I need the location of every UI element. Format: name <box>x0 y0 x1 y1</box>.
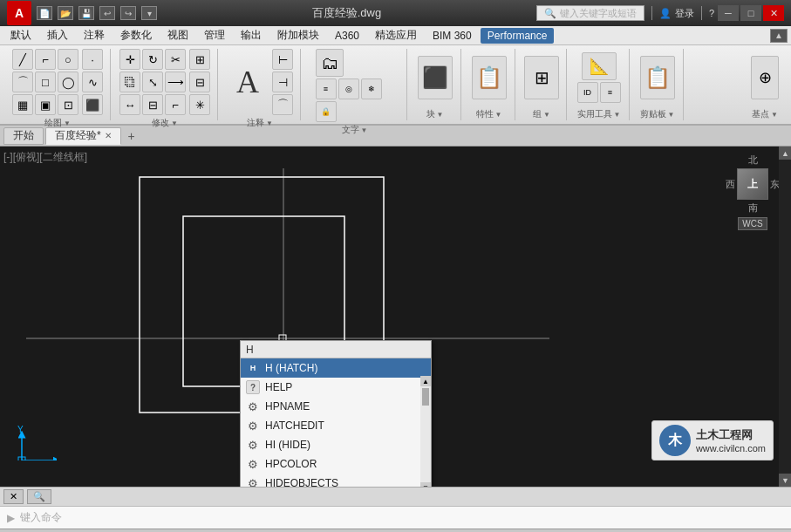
save-btn[interactable]: 💾 <box>78 6 94 20</box>
list-icon[interactable]: ≡ <box>600 82 621 103</box>
measure-icon[interactable]: 📐 <box>582 52 617 80</box>
undo-btn[interactable]: ↩ <box>99 6 115 20</box>
basepoint-icon[interactable]: ⊕ <box>751 56 779 99</box>
extend-icon[interactable]: ⟶ <box>165 72 186 92</box>
viewcube-face[interactable]: 上 <box>737 168 768 200</box>
layer-freeze-icon[interactable]: ❄ <box>361 78 382 99</box>
layer-properties-icon[interactable]: 🗂 <box>316 49 344 77</box>
open-btn[interactable]: 📂 <box>58 6 73 20</box>
more-btn[interactable]: ▾ <box>141 6 157 20</box>
properties-icon[interactable]: 📋 <box>472 56 507 99</box>
doc-tab-start[interactable]: 开始 <box>3 127 44 145</box>
basepoint-chevron[interactable]: ▼ <box>771 111 778 119</box>
scale-icon[interactable]: ⤡ <box>142 72 163 92</box>
menu-view[interactable]: 视图 <box>160 26 195 44</box>
clipboard-chevron[interactable]: ▼ <box>668 111 675 119</box>
menu-a360[interactable]: A360 <box>328 28 366 44</box>
fillet-icon[interactable]: ⌐ <box>165 94 186 115</box>
ac-scroll-up[interactable]: ▲ <box>420 376 431 386</box>
minimize-button[interactable]: ─ <box>718 5 739 21</box>
block-chevron[interactable]: ▼ <box>437 111 444 119</box>
gradient-icon[interactable]: ▣ <box>35 94 56 115</box>
doc-tab-add-button[interactable]: + <box>123 127 140 145</box>
menu-bim360[interactable]: BIM 360 <box>426 28 479 44</box>
stretch-icon[interactable]: ↔ <box>119 94 140 115</box>
polyline-icon[interactable]: ⌐ <box>35 49 56 70</box>
scroll-down-arrow[interactable]: ▼ <box>779 474 791 487</box>
ac-item-hatch[interactable]: H H (HATCH) <box>241 358 431 378</box>
cmdline-input-area[interactable]: ▶ 键入命令 <box>0 507 791 529</box>
ac-item-help[interactable]: ? HELP <box>241 378 431 397</box>
properties-chevron[interactable]: ▼ <box>495 111 502 119</box>
paste-icon[interactable]: 📋 <box>640 56 675 99</box>
close-button[interactable]: ✕ <box>763 5 784 21</box>
explode-icon[interactable]: ✳ <box>189 94 210 115</box>
menu-featured[interactable]: 精选应用 <box>368 26 424 44</box>
group-icons: ⊞ <box>524 49 559 106</box>
draw-chevron[interactable]: ▼ <box>64 119 71 127</box>
text-big-icon[interactable]: A <box>227 58 269 106</box>
maximize-button[interactable]: □ <box>740 5 761 21</box>
block-insert-icon[interactable]: ⬛ <box>418 56 453 99</box>
arc-icon[interactable]: ⌒ <box>12 72 33 92</box>
spline-icon[interactable]: ∿ <box>82 72 103 92</box>
ac-item-hide[interactable]: ⚙ HI (HIDE) <box>241 435 431 454</box>
layer-match-icon[interactable]: ≡ <box>316 78 337 99</box>
menu-insert[interactable]: 插入 <box>40 26 75 44</box>
cmdline-search-btn[interactable]: 🔍 <box>27 489 51 504</box>
mirror-icon[interactable]: ⊟ <box>142 94 163 115</box>
annotation-chevron[interactable]: ▼ <box>266 119 273 127</box>
ac-item-hatchedit[interactable]: ⚙ HATCHEDIT <box>241 416 431 435</box>
ac-item-hpname[interactable]: ⚙ HPNAME <box>241 397 431 416</box>
trim-icon[interactable]: ✂ <box>165 49 186 70</box>
ac-scroll-down[interactable]: ▼ <box>420 482 431 487</box>
dimension-aligned-icon[interactable]: ⊣ <box>272 72 293 92</box>
group-icon[interactable]: ⊞ <box>524 56 559 99</box>
wcs-label[interactable]: WCS <box>738 217 767 230</box>
ellipse-icon[interactable]: ◯ <box>58 72 78 92</box>
cmdline-close-btn[interactable]: ✕ <box>3 489 24 504</box>
ac-item-hideobjects[interactable]: ⚙ HIDEOBJECTS <box>241 474 431 487</box>
viewport[interactable]: [-][俯视][二维线框] Y X <box>0 147 791 487</box>
viewcube[interactable]: 北 西 上 东 南 WCS <box>721 153 784 230</box>
point-icon[interactable]: · <box>82 49 103 70</box>
doc-tab-close-icon[interactable]: ✕ <box>105 131 112 140</box>
menu-default[interactable]: 默认 <box>3 26 38 44</box>
redo-btn[interactable]: ↪ <box>120 6 136 20</box>
menu-output[interactable]: 输出 <box>234 26 269 44</box>
menu-manage[interactable]: 管理 <box>197 26 232 44</box>
doc-tab-main[interactable]: 百度经验* ✕ <box>45 127 121 145</box>
user-area[interactable]: 👤 登录 <box>659 7 694 20</box>
region-icon[interactable]: ⬛ <box>82 94 103 115</box>
utilities-chevron[interactable]: ▼ <box>614 111 621 119</box>
menu-performance[interactable]: Performance <box>481 28 555 44</box>
offset-icon[interactable]: ⊟ <box>189 72 210 92</box>
menu-addins[interactable]: 附加模块 <box>270 26 326 44</box>
dimension-linear-icon[interactable]: ⊢ <box>272 49 293 70</box>
ac-item-hpcolor[interactable]: ⚙ HPCOLOR <box>241 454 431 474</box>
circle-icon[interactable]: ○ <box>58 49 78 70</box>
hatch-icon[interactable]: ▦ <box>12 94 33 115</box>
rect-icon[interactable]: □ <box>35 72 56 92</box>
search-label[interactable]: 键入关键字或短语 <box>560 7 637 20</box>
move-icon[interactable]: ✛ <box>119 49 140 70</box>
dimension-arc-icon[interactable]: ⌒ <box>272 94 293 115</box>
help-area[interactable]: ? <box>709 8 714 18</box>
menu-parametric[interactable]: 参数化 <box>113 26 159 44</box>
new-btn[interactable]: 📄 <box>37 6 52 20</box>
boundary-icon[interactable]: ⊡ <box>58 94 78 115</box>
modify-chevron[interactable]: ▼ <box>171 119 178 127</box>
id-icon[interactable]: ID <box>577 82 598 103</box>
group-chevron[interactable]: ▼ <box>543 111 550 119</box>
layer-chevron[interactable]: ▼ <box>361 126 368 134</box>
rotate-icon[interactable]: ↻ <box>142 49 163 70</box>
autocad-logo[interactable]: A <box>7 1 31 25</box>
array-icon[interactable]: ⊞ <box>189 49 210 70</box>
ribbon-minimize-btn[interactable]: ▲ <box>770 29 788 43</box>
line-icon[interactable]: ╱ <box>12 49 33 70</box>
layer-lock-icon[interactable]: 🔒 <box>316 101 337 122</box>
menu-annotate[interactable]: 注释 <box>77 26 112 44</box>
scroll-up-arrow[interactable]: ▲ <box>779 147 791 160</box>
layer-isolate-icon[interactable]: ◎ <box>338 78 359 99</box>
copy-icon[interactable]: ⿻ <box>119 72 140 92</box>
